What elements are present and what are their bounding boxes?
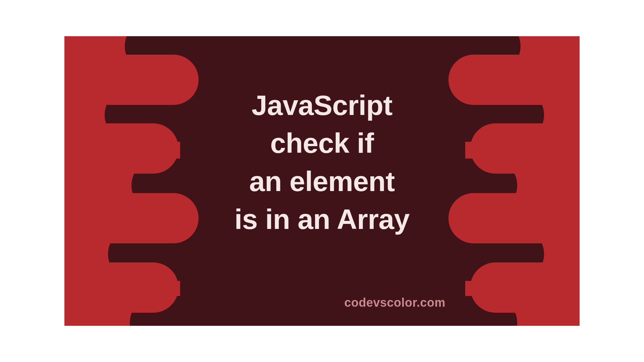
title-container: JavaScript check if an element is in an …	[64, 86, 580, 239]
banner-title: JavaScript check if an element is in an …	[64, 86, 580, 239]
blob-notch	[470, 262, 580, 313]
title-line: check if	[64, 124, 580, 162]
title-line: an element	[64, 163, 580, 200]
graphic-banner: JavaScript check if an element is in an …	[64, 36, 580, 326]
title-line: is in an Array	[64, 200, 580, 238]
blob-notch	[85, 262, 178, 313]
site-credit: codevscolor.com	[344, 296, 445, 310]
title-line: JavaScript	[64, 86, 580, 124]
